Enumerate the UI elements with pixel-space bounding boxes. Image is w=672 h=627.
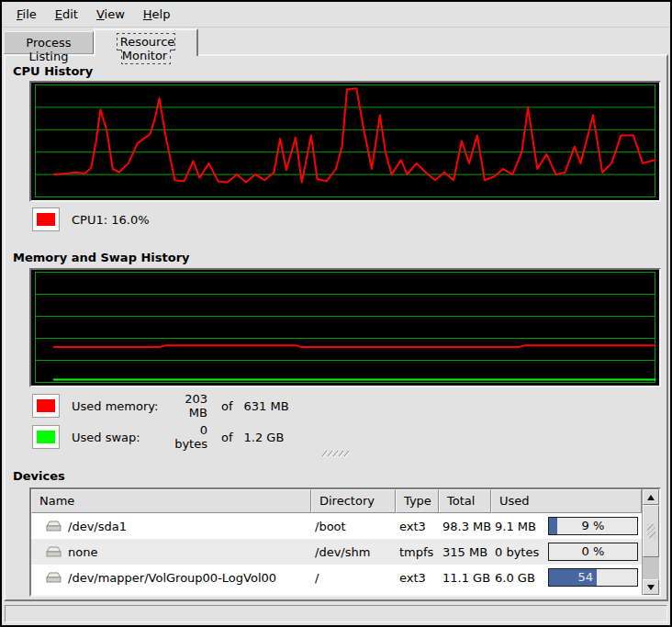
tab-process-listing[interactable]: Process Listing xyxy=(4,31,94,54)
swap-of-text: of xyxy=(221,431,233,444)
disk-icon xyxy=(46,521,62,532)
devices-table-main: Name Directory Type Total Used /dev/sda1 xyxy=(31,489,642,595)
cpu-legend-label: CPU1: 16.0% xyxy=(72,213,150,227)
menu-view[interactable]: View xyxy=(87,4,134,25)
column-header-name[interactable]: Name xyxy=(31,489,311,513)
device-total: 98.3 MB xyxy=(439,520,491,533)
device-type: ext3 xyxy=(396,571,439,585)
device-used-progressbar: 54 % xyxy=(548,568,638,587)
device-name: none xyxy=(68,545,97,559)
device-name: /dev/sda1 xyxy=(68,520,127,533)
device-directory: /dev/shm xyxy=(311,545,396,559)
disk-icon xyxy=(46,572,62,584)
scrollbar-up-button[interactable] xyxy=(643,489,659,505)
memory-total-value: 631 MB xyxy=(244,399,289,413)
device-total: 315 MB xyxy=(439,545,491,559)
menubar: File Edit View Help xyxy=(2,2,670,28)
swap-color-swatch xyxy=(37,431,55,443)
devices-table: Name Directory Type Total Used /dev/sda1 xyxy=(29,487,661,597)
tab-bar: Process Listing Resource Monitor xyxy=(2,28,670,56)
memory-graph-canvas xyxy=(31,270,659,386)
disk-icon xyxy=(46,546,62,558)
scrollbar-down-button[interactable] xyxy=(643,579,659,595)
cpu-color-swatch-button[interactable] xyxy=(32,207,60,231)
memory-used-value: 203 MB xyxy=(163,392,207,420)
devices-table-header: Name Directory Type Total Used xyxy=(31,489,642,513)
status-bar xyxy=(5,605,667,622)
cpu-history-graph xyxy=(29,81,661,202)
scrollbar-trough[interactable] xyxy=(643,557,659,579)
cpu-graph-canvas xyxy=(31,83,659,200)
tab-resource-monitor-label: Resource Monitor xyxy=(118,34,175,63)
tab-process-listing-label: Process Listing xyxy=(26,36,71,63)
device-directory: /boot xyxy=(311,520,396,533)
tab-resource-monitor[interactable]: Resource Monitor xyxy=(94,28,198,56)
devices-scrollbar xyxy=(642,489,659,595)
memory-legend: Used memory: 203 MB of 631 MB xyxy=(32,394,289,418)
column-header-directory[interactable]: Directory xyxy=(311,489,396,513)
device-used-progressbar: 9 % xyxy=(548,517,638,535)
cpu-legend: CPU1: 16.0% xyxy=(32,207,150,231)
memory-color-swatch xyxy=(37,399,55,412)
device-type: tmpfs xyxy=(396,545,439,559)
progressbar-label: 9 % xyxy=(549,519,637,532)
column-header-total[interactable]: Total xyxy=(439,489,491,513)
cpu-history-title: CPU History xyxy=(13,64,93,78)
scrollbar-thumb[interactable] xyxy=(643,505,659,557)
menu-help[interactable]: Help xyxy=(134,4,180,25)
device-used: 9.1 MB xyxy=(495,520,536,533)
menu-file[interactable]: File xyxy=(7,4,46,25)
device-total: 11.1 GB xyxy=(439,571,491,585)
memory-history-graph xyxy=(29,268,661,387)
memory-legend-label: Used memory: xyxy=(72,399,163,413)
swap-color-swatch-button[interactable] xyxy=(32,425,60,449)
swap-legend: Used swap: 0 bytes of 1.2 GB xyxy=(32,425,284,449)
pane-resize-handle[interactable] xyxy=(6,449,666,458)
arrow-down-icon xyxy=(647,585,655,590)
memory-history-title: Memory and Swap History xyxy=(13,251,190,264)
device-row-dev-sda1[interactable]: /dev/sda1 /boot ext3 98.3 MB 9.1 MB 9 % xyxy=(31,513,642,539)
column-header-type[interactable]: Type xyxy=(396,489,439,513)
device-name: /dev/mapper/VolGroup00-LogVol00 xyxy=(68,571,276,585)
swap-total-value: 1.2 GB xyxy=(244,431,285,444)
menu-edit[interactable]: Edit xyxy=(46,4,87,25)
cpu-color-swatch xyxy=(37,213,55,226)
device-used: 0 bytes xyxy=(495,545,539,559)
device-used: 6.0 GB xyxy=(495,571,535,585)
memory-color-swatch-button[interactable] xyxy=(32,394,60,418)
devices-title: Devices xyxy=(13,469,65,483)
app-window: File Edit View Help Process Listing Reso… xyxy=(0,0,672,627)
pane-grip-icon xyxy=(320,449,352,458)
resource-monitor-page: CPU History CPU1: 16.0% Memory and Swap … xyxy=(4,54,668,601)
memory-of-text: of xyxy=(221,399,233,413)
device-type: ext3 xyxy=(396,520,439,533)
device-row-volgroup[interactable]: /dev/mapper/VolGroup00-LogVol00 / ext3 1… xyxy=(31,565,642,590)
swap-used-value: 0 bytes xyxy=(163,423,207,451)
arrow-up-icon xyxy=(647,495,655,500)
scrollbar-grip-icon xyxy=(647,524,655,538)
device-row-none[interactable]: none /dev/shm tmpfs 315 MB 0 bytes 0 % xyxy=(31,539,642,565)
swap-legend-label: Used swap: xyxy=(72,431,163,444)
column-header-used[interactable]: Used xyxy=(491,489,642,513)
progressbar-label: 0 % xyxy=(549,544,637,558)
progressbar-label: 54 % xyxy=(549,570,637,584)
device-directory: / xyxy=(311,571,396,585)
device-used-progressbar: 0 % xyxy=(548,543,638,561)
